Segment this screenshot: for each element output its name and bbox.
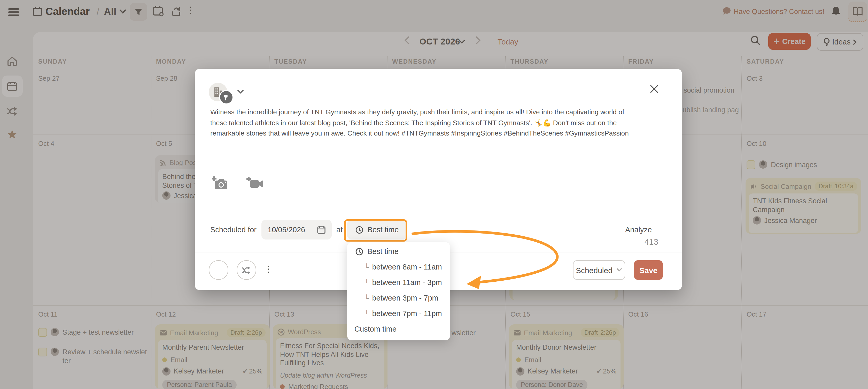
- close-icon[interactable]: [649, 84, 659, 94]
- character-count: 413: [645, 238, 658, 247]
- branch-icon: └: [364, 279, 369, 286]
- dropdown-option-custom-time[interactable]: Custom time: [347, 321, 450, 337]
- message-line: Witness the incredible journey of TNT Gy…: [210, 107, 665, 118]
- message-line: these talented athletes in our latest bl…: [210, 118, 665, 128]
- dropdown-option-label: between 8am - 11am: [372, 263, 442, 271]
- dropdown-option-8am-11am[interactable]: └ between 8am - 11am: [347, 259, 450, 275]
- dropdown-option-best-time[interactable]: Best time: [347, 244, 450, 259]
- date-field[interactable]: 10/05/2026: [261, 220, 332, 240]
- add-photo-icon[interactable]: [212, 176, 228, 190]
- shuffle-icon: [242, 266, 251, 274]
- profile-chevron-down-icon[interactable]: [237, 89, 244, 94]
- datepicker-calendar-icon[interactable]: [317, 225, 326, 234]
- dropdown-option-label: between 3pm - 7pm: [372, 294, 438, 302]
- message-line: remarkable stories that will leave you i…: [210, 128, 665, 139]
- save-button[interactable]: Save: [634, 260, 663, 280]
- add-video-icon[interactable]: [246, 176, 264, 190]
- app-root: Calendar / All ⋮ Have Questions? Contact…: [0, 0, 868, 389]
- analyze-link[interactable]: Analyze: [625, 225, 652, 234]
- dropdown-option-label: between 11am - 3pm: [372, 278, 442, 286]
- at-label: at: [336, 225, 343, 234]
- clock-icon: [355, 248, 363, 255]
- chevron-down-icon: [617, 268, 622, 272]
- dropdown-option-label: Best time: [367, 247, 399, 255]
- date-value: 10/05/2026: [268, 225, 305, 234]
- profile-select-circle[interactable]: [209, 260, 228, 280]
- post-message-text[interactable]: Witness the incredible journey of TNT Gy…: [210, 107, 665, 139]
- dropdown-option-label: between 7pm - 11pm: [372, 309, 442, 317]
- scheduled-for-label: Scheduled for: [210, 225, 256, 234]
- status-value: Scheduled: [576, 266, 613, 274]
- shuffle-button[interactable]: [237, 260, 256, 280]
- best-time-dropdown: Best time └ between 8am - 11am └ between…: [347, 242, 450, 340]
- dropdown-option-3pm-7pm[interactable]: └ between 3pm - 7pm: [347, 290, 450, 306]
- dropdown-option-7pm-11pm[interactable]: └ between 7pm - 11pm: [347, 306, 450, 321]
- dropdown-option-11am-3pm[interactable]: └ between 11am - 3pm: [347, 275, 450, 290]
- status-select[interactable]: Scheduled: [573, 260, 625, 280]
- branch-icon: └: [364, 294, 369, 302]
- branch-icon: └: [364, 263, 369, 271]
- annotation-highlight-box: [344, 219, 407, 242]
- branch-icon: └: [364, 310, 369, 317]
- dropdown-option-label: Custom time: [354, 325, 397, 333]
- network-badge-flag-icon: [219, 90, 234, 105]
- more-options-icon[interactable]: ⋮: [264, 264, 273, 275]
